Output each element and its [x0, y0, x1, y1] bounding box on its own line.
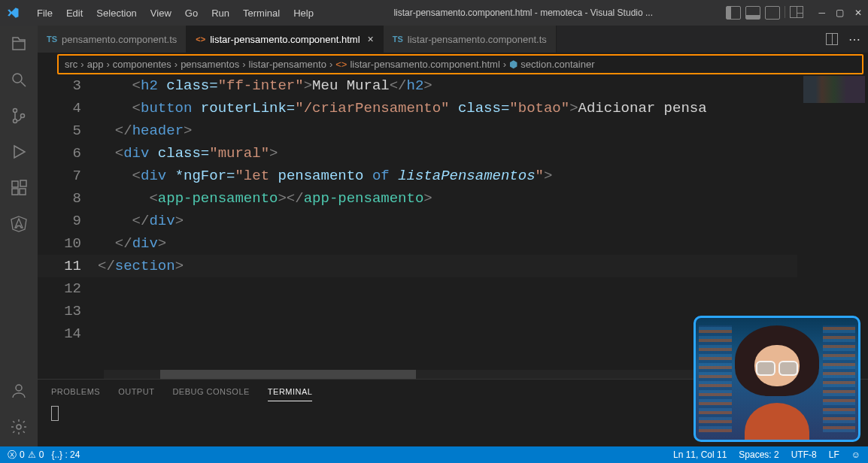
toggle-panel-icon[interactable]	[745, 6, 760, 20]
code-line: <div *ngFor="let pensamento of listaPens…	[98, 165, 797, 187]
customize-layout-icon[interactable]	[790, 6, 803, 18]
code-line: <button routerLink="/criarPensamento" cl…	[98, 97, 797, 120]
svg-point-0	[13, 74, 22, 83]
crumb-element[interactable]: ⬢section.container	[509, 59, 594, 70]
line-number: 7	[38, 165, 81, 187]
panel-tab-terminal[interactable]: TERMINAL	[268, 384, 313, 401]
webcam-overlay	[693, 316, 860, 442]
layout-separator	[785, 6, 785, 18]
terminal-cursor	[51, 406, 59, 421]
panel-tab-debug[interactable]: DEBUG CONSOLE	[172, 384, 249, 401]
warning-icon: ⚠	[28, 449, 36, 460]
svg-point-8	[16, 385, 22, 391]
explorer-icon[interactable]	[8, 33, 29, 54]
menu-go[interactable]: Go	[178, 8, 205, 19]
tab-label: pensamento.component.ts	[62, 34, 177, 45]
element-icon: ⬢	[509, 59, 517, 70]
chevron-right-icon: ›	[106, 59, 109, 70]
menu-selection[interactable]: Selection	[90, 8, 143, 19]
code-content[interactable]: <h2 class="ff-inter">Meu Mural</h2> <but…	[98, 74, 797, 379]
webcam-background	[699, 325, 731, 433]
status-ln-col[interactable]: Ln 11, Col 11	[673, 449, 727, 460]
toggle-right-sidebar-icon[interactable]	[765, 6, 780, 20]
line-number: 12	[38, 277, 81, 300]
crumb-listar-pensamento[interactable]: listar-pensamento	[249, 59, 326, 70]
menu-bar: File Edit Selection View Go Run Terminal…	[30, 8, 320, 19]
toggle-sidebar-icon[interactable]	[726, 6, 741, 20]
status-bar: ⓧ0 ⚠0 {..} : 24 Ln 11, Col 11 Spaces: 2 …	[0, 446, 868, 463]
svg-rect-6	[20, 189, 26, 195]
tab-listar-ts[interactable]: TS listar-pensamento.component.ts	[384, 26, 557, 53]
vscode-logo-icon	[6, 6, 20, 20]
line-number: 4	[38, 97, 81, 120]
panel-tab-problems[interactable]: PROBLEMS	[51, 384, 100, 401]
search-icon[interactable]	[8, 69, 29, 90]
crumb-file[interactable]: <>listar-pensamento.component.html	[335, 59, 500, 70]
line-number: 8	[38, 187, 81, 210]
menu-run[interactable]: Run	[205, 8, 236, 19]
status-spaces[interactable]: Spaces: 2	[739, 449, 778, 460]
line-gutter: 3 4 5 6 7 8 9 10 11 12 13 14	[38, 74, 98, 379]
menu-view[interactable]: View	[144, 8, 178, 19]
menu-edit[interactable]: Edit	[59, 8, 90, 19]
html-icon: <>	[196, 35, 205, 44]
minimap-content	[803, 76, 865, 103]
status-feedback-icon[interactable]: ☺	[851, 449, 860, 460]
menu-help[interactable]: Help	[287, 8, 320, 19]
menu-terminal[interactable]: Terminal	[236, 8, 287, 19]
status-encoding[interactable]: UTF-8	[791, 449, 817, 460]
window-title: listar-pensamento.component.html - memot…	[320, 8, 727, 18]
settings-gear-icon[interactable]	[8, 416, 29, 437]
svg-rect-4	[12, 181, 18, 187]
chevron-right-icon: ›	[329, 59, 332, 70]
code-line: <div class="mural">	[98, 142, 797, 165]
code-line: <h2 class="ff-inter">Meu Mural</h2>	[98, 74, 797, 97]
code-line	[98, 322, 797, 345]
maximize-icon[interactable]: ▢	[836, 8, 844, 18]
line-number: 10	[38, 232, 81, 255]
tab-close-icon[interactable]: ×	[368, 33, 374, 45]
crumb-src[interactable]: src	[65, 59, 77, 70]
current-line-highlight	[38, 255, 868, 277]
close-icon[interactable]: ✕	[854, 8, 862, 18]
crumb-pensamentos[interactable]: pensamentos	[181, 59, 239, 70]
svg-point-3	[21, 114, 25, 118]
panel-tab-output[interactable]: OUTPUT	[118, 384, 154, 401]
typescript-icon: TS	[47, 35, 57, 44]
chevron-right-icon: ›	[503, 59, 506, 70]
html-icon: <>	[335, 59, 347, 70]
split-editor-icon[interactable]	[826, 33, 838, 45]
layout-controls	[726, 6, 803, 20]
chevron-right-icon: ›	[175, 59, 178, 70]
svg-rect-5	[12, 189, 18, 195]
more-actions-icon[interactable]: ⋯	[848, 32, 860, 47]
chevron-right-icon: ›	[80, 59, 83, 70]
angular-icon[interactable]	[8, 213, 29, 235]
code-line: <app-pensamento></app-pensamento>	[98, 187, 797, 210]
titlebar: File Edit Selection View Go Run Terminal…	[0, 0, 868, 26]
status-braces[interactable]: {..} : 24	[51, 449, 80, 460]
code-line: </header>	[98, 120, 797, 142]
menu-file[interactable]: File	[30, 8, 59, 19]
status-eol[interactable]: LF	[829, 449, 839, 460]
status-errors[interactable]: ⓧ0 ⚠0	[8, 449, 44, 461]
extensions-icon[interactable]	[8, 177, 29, 198]
code-line	[98, 277, 797, 300]
minimize-icon[interactable]: ─	[818, 8, 825, 18]
source-control-icon[interactable]	[8, 105, 29, 126]
activity-bar	[0, 26, 38, 446]
tab-label: listar-pensamento.component.html	[210, 34, 360, 45]
crumb-app[interactable]: app	[87, 59, 104, 70]
svg-rect-7	[20, 180, 26, 186]
accounts-icon[interactable]	[8, 380, 29, 401]
error-icon: ⓧ	[8, 449, 17, 461]
run-debug-icon[interactable]	[8, 141, 29, 162]
tab-pensamento-ts[interactable]: TS pensamento.component.ts	[38, 26, 187, 53]
crumb-componentes[interactable]: componentes	[113, 59, 171, 70]
breadcrumb[interactable]: src › app › componentes › pensamentos › …	[57, 54, 863, 74]
editor-tabs: TS pensamento.component.ts <> listar-pen…	[38, 26, 868, 53]
typescript-icon: TS	[393, 35, 403, 44]
scrollbar-thumb[interactable]	[160, 370, 416, 379]
code-line: </div>	[98, 232, 797, 255]
tab-listar-html[interactable]: <> listar-pensamento.component.html ×	[187, 26, 383, 53]
